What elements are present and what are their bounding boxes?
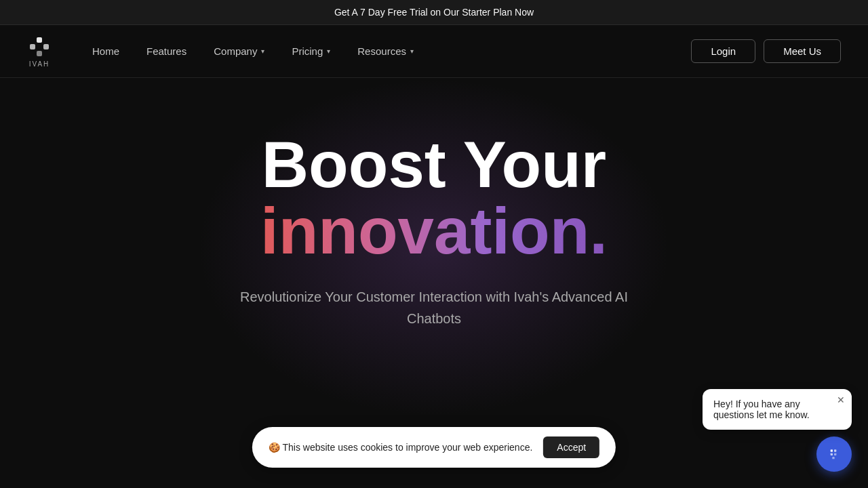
chat-bubble-text: Hey! If you have any questions let me kn… — [713, 399, 810, 420]
nav-pricing[interactable]: Pricing ▾ — [292, 45, 330, 57]
chat-widget: ✕ Hey! If you have any questions let me … — [703, 389, 852, 472]
cookie-banner: 🍪 This website uses cookies to improve y… — [252, 427, 616, 468]
svg-rect-2 — [43, 44, 49, 49]
nav-actions: Login Meet Us — [691, 39, 841, 63]
nav-home[interactable]: Home — [92, 45, 119, 57]
top-banner: Get A 7 Day Free Trial on Our Starter Pl… — [0, 0, 868, 25]
nav-links: Home Features Company ▾ Pricing ▾ Resour… — [92, 45, 691, 57]
svg-rect-6 — [834, 449, 836, 451]
svg-rect-0 — [37, 37, 42, 43]
nav-resources[interactable]: Resources ▾ — [357, 45, 414, 57]
svg-rect-7 — [834, 453, 836, 455]
chevron-down-icon: ▾ — [410, 47, 414, 55]
login-button[interactable]: Login — [691, 39, 755, 63]
logo-icon — [27, 35, 52, 59]
hero-subtitle: Revolutionize Your Customer Interaction … — [231, 286, 637, 329]
nav-features[interactable]: Features — [146, 45, 186, 57]
hero-section: Boost Your innovation. Revolutionize You… — [0, 78, 868, 329]
svg-rect-8 — [832, 457, 834, 459]
banner-text: Get A 7 Day Free Trial on Our Starter Pl… — [334, 7, 534, 18]
navbar: IVAH Home Features Company ▾ Pricing ▾ R… — [0, 25, 868, 78]
chevron-down-icon: ▾ — [327, 47, 330, 55]
cookie-text: 🍪 This website uses cookies to improve y… — [269, 442, 532, 453]
chat-icon — [826, 446, 842, 462]
meet-us-button[interactable]: Meet Us — [764, 39, 841, 63]
svg-rect-4 — [831, 449, 833, 451]
chat-fab-button[interactable] — [816, 436, 852, 472]
chat-bubble: ✕ Hey! If you have any questions let me … — [703, 389, 852, 430]
nav-company[interactable]: Company ▾ — [214, 45, 264, 57]
svg-rect-1 — [30, 44, 35, 49]
svg-rect-5 — [831, 453, 833, 455]
chevron-down-icon: ▾ — [261, 47, 264, 55]
chat-close-button[interactable]: ✕ — [837, 394, 845, 405]
logo-label: IVAH — [29, 60, 50, 68]
hero-title-line1: Boost Your — [262, 132, 606, 197]
logo[interactable]: IVAH — [27, 35, 52, 68]
accept-cookies-button[interactable]: Accept — [543, 436, 599, 458]
hero-title-line2: innovation. — [260, 197, 608, 266]
svg-rect-3 — [37, 51, 42, 56]
